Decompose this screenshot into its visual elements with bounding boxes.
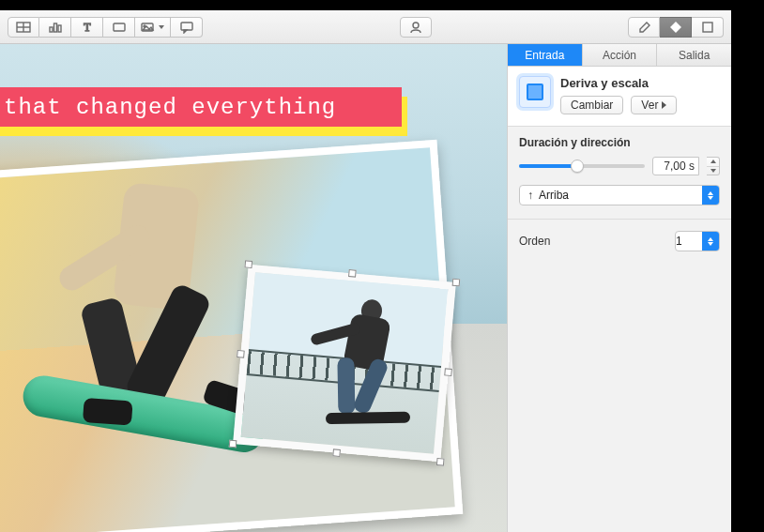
duration-field[interactable]: 7,00 s xyxy=(652,157,699,175)
tab-build-out[interactable]: Salida xyxy=(657,44,731,66)
chevron-down-icon xyxy=(711,169,716,173)
inspector-tabs: Entrada Acción Salida xyxy=(508,44,731,67)
stepper-up[interactable] xyxy=(707,158,719,167)
selection-handle[interactable] xyxy=(452,279,461,287)
toolbar-text-button[interactable]: T xyxy=(71,17,103,38)
skater-illustration-large xyxy=(0,190,240,469)
order-section: Orden 1 xyxy=(508,220,731,263)
square-icon xyxy=(527,84,543,100)
selection-handle[interactable] xyxy=(332,448,341,457)
toolbar-comment-button[interactable] xyxy=(171,17,203,38)
chart-icon xyxy=(48,21,63,34)
slide-title-text: that changed everything xyxy=(4,95,336,120)
change-button-label: Cambiar xyxy=(571,99,613,112)
animation-name: Deriva y escala xyxy=(560,76,720,90)
selection-handle[interactable] xyxy=(237,350,245,358)
arrow-up-icon: ↑ xyxy=(527,189,533,202)
duration-stepper[interactable] xyxy=(707,157,720,175)
animation-thumbnail xyxy=(519,76,551,108)
svg-point-11 xyxy=(413,23,419,28)
slide-canvas[interactable]: that changed everything xyxy=(0,44,507,532)
play-triangle-icon xyxy=(662,101,666,109)
svg-rect-7 xyxy=(114,23,125,31)
tab-build-in[interactable]: Entrada xyxy=(508,44,583,66)
duration-section-title: Duración y dirección xyxy=(519,136,720,149)
selection-handle[interactable] xyxy=(436,458,445,466)
stepper-down[interactable] xyxy=(707,167,719,175)
order-label: Orden xyxy=(519,235,550,248)
selection-handle[interactable] xyxy=(444,368,452,376)
toolbar-media-button[interactable] xyxy=(135,17,171,38)
toolbar-collaborate-button[interactable] xyxy=(400,17,432,38)
animation-header: Deriva y escala Cambiar Ver xyxy=(508,67,731,127)
skater-illustration-small xyxy=(308,295,413,433)
svg-rect-5 xyxy=(58,25,61,32)
chevron-down-icon xyxy=(159,25,164,29)
duration-slider[interactable] xyxy=(519,159,645,174)
toolbar-chart-button[interactable] xyxy=(39,17,71,38)
toolbar: T xyxy=(0,10,731,44)
toolbar-shape-button[interactable] xyxy=(103,17,135,38)
duration-section: Duración y dirección 7,00 s ↑ Arriba xyxy=(508,127,731,220)
toolbar-format-button[interactable] xyxy=(628,17,660,38)
toolbar-document-button[interactable] xyxy=(692,17,724,38)
photo-small-selected[interactable] xyxy=(233,265,456,463)
chevron-up-icon xyxy=(711,160,716,163)
comment-icon xyxy=(179,21,194,34)
tab-action[interactable]: Acción xyxy=(583,44,658,66)
collaborate-icon xyxy=(408,21,423,34)
selection-handle[interactable] xyxy=(244,260,252,268)
toolbar-animate-button[interactable] xyxy=(660,17,692,38)
preview-animation-button[interactable]: Ver xyxy=(631,96,677,114)
slide-title-banner[interactable]: that changed everything xyxy=(0,87,402,127)
svg-rect-3 xyxy=(50,27,53,32)
photo-small-content xyxy=(233,265,456,463)
shape-icon xyxy=(112,21,127,34)
selection-handle[interactable] xyxy=(348,269,357,278)
text-icon: T xyxy=(80,21,95,34)
svg-text:T: T xyxy=(84,21,91,34)
duration-value: 7,00 s xyxy=(664,160,695,173)
media-icon xyxy=(141,21,156,34)
order-value: 1 xyxy=(676,235,682,248)
format-paintbrush-icon xyxy=(636,21,651,34)
svg-rect-4 xyxy=(53,23,56,32)
animate-diamond-icon xyxy=(668,21,683,34)
svg-rect-12 xyxy=(703,23,712,32)
direction-popup[interactable]: ↑ Arriba xyxy=(519,185,720,205)
selection-handle[interactable] xyxy=(229,440,237,448)
popup-arrows-icon xyxy=(702,232,719,251)
order-popup[interactable]: 1 xyxy=(675,231,720,251)
popup-arrows-icon xyxy=(702,186,719,205)
inspector-panel: Entrada Acción Salida Deriva y escala Ca… xyxy=(507,44,731,532)
preview-button-label: Ver xyxy=(641,99,658,112)
direction-value: Arriba xyxy=(539,189,569,202)
toolbar-table-button[interactable] xyxy=(8,17,39,38)
change-animation-button[interactable]: Cambiar xyxy=(560,96,623,114)
table-icon xyxy=(16,21,31,34)
svg-rect-10 xyxy=(181,23,192,30)
document-icon xyxy=(700,21,715,34)
